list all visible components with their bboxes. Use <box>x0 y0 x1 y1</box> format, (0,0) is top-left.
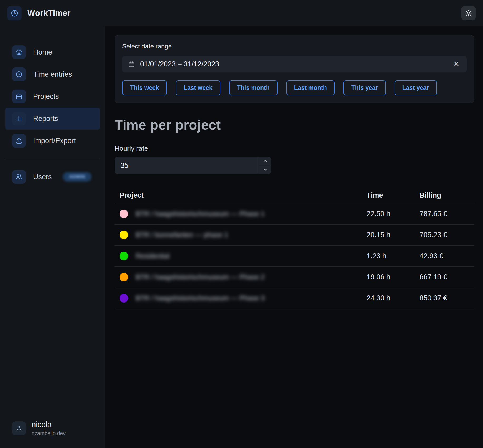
table-row: BTR / haagshistorischmuseum — Phase 2 19… <box>115 267 474 288</box>
time-cell: 20.15 h <box>367 231 420 239</box>
clear-date-button close-icon[interactable]: ✕ <box>452 59 461 69</box>
sidebar-nav: Home Time entries Projects <box>0 41 105 152</box>
sidebar-item-label: Projects <box>33 92 59 101</box>
theme-toggle-button sun-icon[interactable] <box>461 6 476 20</box>
page-title: Time per project <box>115 117 474 133</box>
date-range-card: Select date range 01/01/2023 – 31/12/202… <box>115 35 474 103</box>
sidebar-item-import-export[interactable]: Import/Export <box>5 130 100 152</box>
number-stepper <box>259 157 271 174</box>
calendar-icon <box>128 61 135 68</box>
users-icon <box>12 170 26 184</box>
hourly-rate-field <box>115 157 271 174</box>
app-logo-clock-icon <box>7 6 22 20</box>
column-header-billing: Billing <box>420 191 474 199</box>
profile-text: nicola nzambello.dev <box>32 420 66 436</box>
project-cell: BTR / bonnefanten — phase 1 <box>115 231 367 239</box>
sidebar-item-reports[interactable]: Reports <box>5 108 100 130</box>
project-name: BTR / haagshistorischmuseum — Phase 3 <box>136 294 265 302</box>
project-cell: BTR / haagshistorischmuseum — Phase 2 <box>115 273 367 281</box>
home-icon <box>12 45 26 59</box>
column-header-time: Time <box>367 191 420 199</box>
sidebar-item-label: Users <box>33 173 52 181</box>
profile-domain: nzambello.dev <box>32 430 66 436</box>
person-icon avatar <box>12 421 26 435</box>
preset-last-week-button[interactable]: Last week <box>176 80 220 95</box>
upload-icon <box>12 134 26 148</box>
sidebar-item-time-entries[interactable]: Time entries <box>5 63 100 85</box>
user-profile[interactable]: nicola nzambello.dev <box>0 420 105 436</box>
date-range-value: 01/01/2023 – 31/12/2023 <box>140 60 219 68</box>
date-range-title: Select date range <box>122 43 467 50</box>
preset-last-year-button[interactable]: Last year <box>395 80 437 95</box>
project-color-dot <box>120 210 128 218</box>
sidebar-item-users[interactable]: Users ADMIN <box>5 166 100 188</box>
project-cell: BTR / haagshistorischmuseum — Phase 3 <box>115 294 367 303</box>
time-cell: 19.06 h <box>367 273 420 281</box>
table-row: BTR / haagshistorischmuseum — Phase 1 22… <box>115 203 474 225</box>
hourly-rate-label: Hourly rate <box>115 144 474 153</box>
time-cell: 24.30 h <box>367 294 420 302</box>
project-cell: Residential <box>115 252 367 260</box>
table-row: BTR / bonnefanten — phase 1 20.15 h 705.… <box>115 225 474 246</box>
project-name: Residential <box>136 252 170 260</box>
time-per-project-table: Project Time Billing BTR / haagshistoris… <box>115 187 474 309</box>
project-color-dot <box>120 294 128 303</box>
sidebar-item-label: Home <box>33 48 52 56</box>
app-root: WorkTimer Home Time entries <box>0 0 483 448</box>
table-header-row: Project Time Billing <box>115 187 474 203</box>
admin-badge: ADMIN <box>63 172 92 182</box>
stepper-down-button chevron-down-icon[interactable] <box>259 165 271 174</box>
bar-chart-icon <box>12 112 26 125</box>
brand: WorkTimer <box>7 6 71 20</box>
profile-name: nicola <box>32 420 66 429</box>
time-cell: 1.23 h <box>367 252 420 260</box>
table-row: BTR / haagshistorischmuseum — Phase 3 24… <box>115 288 474 309</box>
sidebar-item-label: Import/Export <box>33 137 76 145</box>
time-cell: 22.50 h <box>367 210 420 218</box>
hourly-rate-input[interactable] <box>115 157 259 174</box>
header: WorkTimer <box>0 0 483 26</box>
date-preset-buttons: This week Last week This month Last mont… <box>122 80 467 95</box>
billing-cell: 787.65 € <box>420 210 474 218</box>
project-color-dot <box>120 273 128 281</box>
billing-cell: 850.37 € <box>420 294 474 302</box>
column-header-project: Project <box>115 191 367 199</box>
billing-cell: 705.23 € <box>420 231 474 239</box>
project-color-dot <box>120 252 128 260</box>
billing-cell: 42.93 € <box>420 252 474 260</box>
briefcase-icon <box>12 90 26 103</box>
sidebar-item-home[interactable]: Home <box>5 41 100 63</box>
body-row: Home Time entries Projects <box>0 26 483 448</box>
billing-cell: 667.19 € <box>420 273 474 281</box>
sidebar-item-projects[interactable]: Projects <box>5 85 100 108</box>
preset-this-week-button[interactable]: This week <box>122 80 167 95</box>
stepper-up-button chevron-up-icon[interactable] <box>259 157 271 165</box>
sidebar-divider <box>5 159 100 159</box>
clock-icon <box>12 67 26 81</box>
project-cell: BTR / haagshistorischmuseum — Phase 1 <box>115 210 367 218</box>
preset-this-year-button[interactable]: This year <box>343 80 386 95</box>
preset-last-month-button[interactable]: Last month <box>286 80 335 95</box>
main-content: Select date range 01/01/2023 – 31/12/202… <box>105 26 483 448</box>
date-range-input[interactable]: 01/01/2023 – 31/12/2023 ✕ <box>122 56 467 72</box>
project-name: BTR / haagshistorischmuseum — Phase 1 <box>136 210 265 218</box>
sidebar-item-label: Time entries <box>33 70 72 79</box>
app-title: WorkTimer <box>27 8 71 18</box>
sidebar-item-label: Reports <box>33 115 58 123</box>
project-name: BTR / bonnefanten — phase 1 <box>136 231 228 239</box>
sidebar: Home Time entries Projects <box>0 26 105 448</box>
project-name: BTR / haagshistorischmuseum — Phase 2 <box>136 273 265 281</box>
project-color-dot <box>120 231 128 239</box>
preset-this-month-button[interactable]: This month <box>229 80 278 95</box>
table-row: Residential 1.23 h 42.93 € <box>115 246 474 267</box>
